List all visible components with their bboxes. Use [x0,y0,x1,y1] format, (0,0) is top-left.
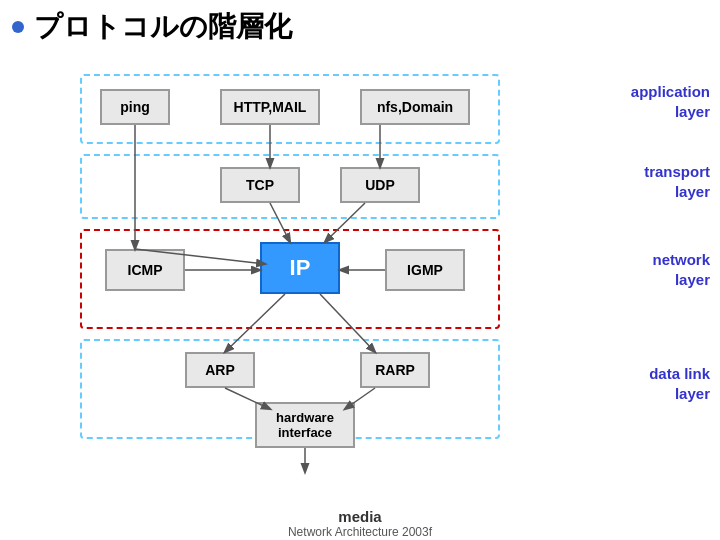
igmp-box: IGMP [385,249,465,291]
page-title: プロトコルの階層化 [34,8,292,46]
app-layer-label: application layer [631,82,710,121]
footer-subtitle: Network Architecture 2003f [0,525,720,539]
hardware-interface-box: hardware interface [255,402,355,448]
network-layer-label: network layer [652,250,710,289]
footer: media Network Architecture 2003f [0,508,720,539]
media-label: media [0,508,720,525]
title-dot [12,21,24,33]
ping-box: ping [100,89,170,125]
diagram-container: application layer transport layer networ… [0,54,720,540]
rarp-box: RARP [360,352,430,388]
tcp-box: TCP [220,167,300,203]
datalink-layer-label: data link layer [649,364,710,403]
http-mail-box: HTTP,MAIL [220,89,320,125]
icmp-box: ICMP [105,249,185,291]
nfs-domain-box: nfs,Domain [360,89,470,125]
title-bar: プロトコルの階層化 [0,0,720,54]
transport-layer-label: transport layer [644,162,710,201]
udp-box: UDP [340,167,420,203]
ip-box: IP [260,242,340,294]
arp-box: ARP [185,352,255,388]
